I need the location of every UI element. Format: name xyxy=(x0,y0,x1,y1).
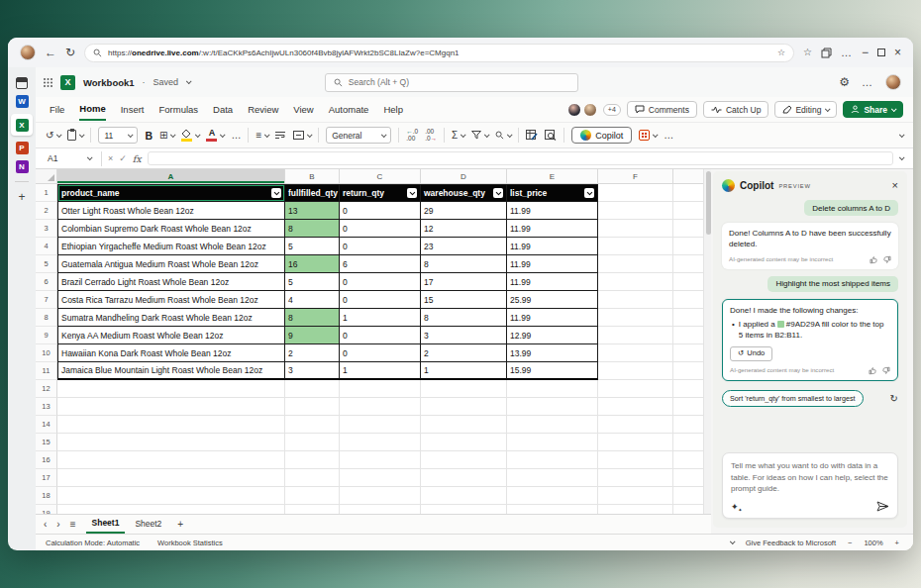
cell-D8[interactable]: 8 xyxy=(421,309,507,327)
cell-A4[interactable]: Ethiopian Yirgacheffe Medium Roast Whole… xyxy=(57,238,285,255)
row-header-9[interactable]: 9 xyxy=(36,327,57,344)
cell-D10[interactable]: 2 xyxy=(421,344,507,362)
refresh-suggestion-icon[interactable]: ↻ xyxy=(890,393,898,404)
cell-D18[interactable] xyxy=(421,487,507,505)
suggestion-chip[interactable]: Sort 'return_qty' from smallest to large… xyxy=(722,390,864,407)
cell-C1[interactable]: return_qty xyxy=(340,184,421,202)
font-color-button[interactable]: A xyxy=(206,129,224,142)
save-status-chevron-icon[interactable] xyxy=(186,78,192,84)
row-header-6[interactable]: 6 xyxy=(36,273,57,291)
cell-A11[interactable]: Jamaica Blue Mountain Light Roast Whole … xyxy=(57,362,285,380)
word-app-icon[interactable]: W xyxy=(16,95,29,108)
cell-E17[interactable] xyxy=(507,469,598,487)
cell-C18[interactable] xyxy=(340,487,421,505)
cell-C6[interactable]: 0 xyxy=(340,273,421,291)
cell-E12[interactable] xyxy=(507,380,598,398)
cell-B4[interactable]: 5 xyxy=(285,238,340,255)
excel-logo[interactable]: X xyxy=(60,75,75,90)
status-options-icon[interactable] xyxy=(730,539,736,544)
cell-C5[interactable]: 6 xyxy=(340,255,421,273)
close-icon[interactable]: × xyxy=(894,47,901,58)
cell-D9[interactable]: 3 xyxy=(421,327,507,344)
cell-A15[interactable] xyxy=(57,434,285,451)
confirm-entry-icon[interactable]: ✓ xyxy=(119,153,127,163)
excel-app-active[interactable]: X xyxy=(11,114,33,136)
cell-A14[interactable] xyxy=(57,416,285,434)
formula-input[interactable] xyxy=(148,151,893,165)
fill-color-button[interactable] xyxy=(181,130,199,142)
cell-D2[interactable]: 29 xyxy=(421,202,507,220)
cell-B12[interactable] xyxy=(285,380,340,398)
cell-A1[interactable]: product_name xyxy=(57,184,285,202)
increase-decimal-button[interactable]: .00.0→ xyxy=(425,129,437,142)
cancel-entry-icon[interactable]: × xyxy=(108,153,113,163)
cell-D6[interactable]: 17 xyxy=(421,273,507,291)
cell-F5[interactable] xyxy=(598,255,673,273)
merge-cells-button[interactable] xyxy=(293,131,311,140)
column-header-B[interactable]: B xyxy=(285,169,340,183)
presence-avatar-2[interactable] xyxy=(583,103,597,117)
cell-C17[interactable] xyxy=(340,469,421,487)
cell-C7[interactable]: 0 xyxy=(340,291,421,309)
undo-button[interactable]: ↺Undo xyxy=(730,346,772,361)
cell-C8[interactable]: 1 xyxy=(340,309,421,327)
cell-F18[interactable] xyxy=(598,487,673,505)
cell-F16[interactable] xyxy=(598,451,673,469)
thumbs-up-icon[interactable] xyxy=(870,255,878,264)
decrease-decimal-button[interactable]: ←.0.00 xyxy=(406,129,418,142)
back-icon[interactable]: ← xyxy=(45,47,56,58)
thumbs-up-icon[interactable] xyxy=(869,366,877,375)
row-header-5[interactable]: 5 xyxy=(36,255,57,273)
row-header-11[interactable]: 11 xyxy=(36,362,57,380)
maximize-icon[interactable] xyxy=(877,49,885,56)
cell-F4[interactable] xyxy=(598,238,673,255)
cell-C19[interactable] xyxy=(340,505,421,514)
menu-tab-help[interactable]: Help xyxy=(383,100,403,120)
editing-mode-button[interactable]: Editing xyxy=(774,101,837,118)
cell-A18[interactable] xyxy=(57,487,285,505)
sheet-tab-sheet2[interactable]: Sheet2 xyxy=(129,516,167,533)
presence-overflow-badge[interactable]: +4 xyxy=(603,104,621,116)
insert-function-icon[interactable]: fx xyxy=(133,153,142,164)
cell-E16[interactable] xyxy=(507,451,598,469)
sensitivity-button[interactable] xyxy=(639,130,657,141)
cell-A12[interactable] xyxy=(57,380,285,398)
cell-B16[interactable] xyxy=(285,451,340,469)
cell-D19[interactable] xyxy=(421,505,507,514)
powerpoint-app-icon[interactable]: P xyxy=(16,142,29,154)
cell-D7[interactable]: 15 xyxy=(421,291,507,309)
select-all-corner[interactable] xyxy=(36,169,57,183)
menu-tab-formulas[interactable]: Formulas xyxy=(158,100,198,120)
cell-E14[interactable] xyxy=(507,416,598,434)
row-header-8[interactable]: 8 xyxy=(36,309,57,327)
cell-F9[interactable] xyxy=(598,327,673,344)
font-size-select[interactable]: 11 xyxy=(98,127,138,144)
cell-A16[interactable] xyxy=(57,451,285,469)
row-header-15[interactable]: 15 xyxy=(36,434,57,451)
cell-F11[interactable] xyxy=(598,362,673,380)
name-box[interactable]: A1 xyxy=(44,153,95,163)
cell-E19[interactable] xyxy=(507,505,598,514)
cell-E7[interactable]: 25.99 xyxy=(507,291,598,309)
row-header-10[interactable]: 10 xyxy=(36,344,57,362)
cell-D4[interactable]: 23 xyxy=(421,238,507,255)
menu-tab-home[interactable]: Home xyxy=(79,99,105,121)
cell-F12[interactable] xyxy=(598,380,673,398)
settings-gear-icon[interactable]: ⚙ xyxy=(839,75,850,89)
cell-C16[interactable] xyxy=(340,451,421,469)
comments-button[interactable]: Comments xyxy=(627,101,697,118)
cell-F6[interactable] xyxy=(598,273,673,291)
cell-B8[interactable]: 8 xyxy=(285,309,340,327)
alignment-button[interactable]: ≡ xyxy=(256,130,268,141)
cell-F1[interactable] xyxy=(598,184,673,202)
cell-A8[interactable]: Sumatra Mandheling Dark Roast Whole Bean… xyxy=(57,309,285,327)
filter-icon[interactable] xyxy=(407,188,417,198)
column-header-E[interactable]: E xyxy=(507,169,598,183)
column-header-A[interactable]: A xyxy=(57,169,285,183)
paste-button[interactable] xyxy=(67,130,83,141)
cell-A9[interactable]: Kenya AA Medium Roast Whole Bean 12oz xyxy=(57,327,285,344)
minimize-icon[interactable]: − xyxy=(862,47,869,58)
cell-A13[interactable] xyxy=(57,398,285,416)
feedback-link[interactable]: Give Feedback to Microsoft xyxy=(746,539,836,547)
cell-E3[interactable]: 11.99 xyxy=(507,220,598,238)
